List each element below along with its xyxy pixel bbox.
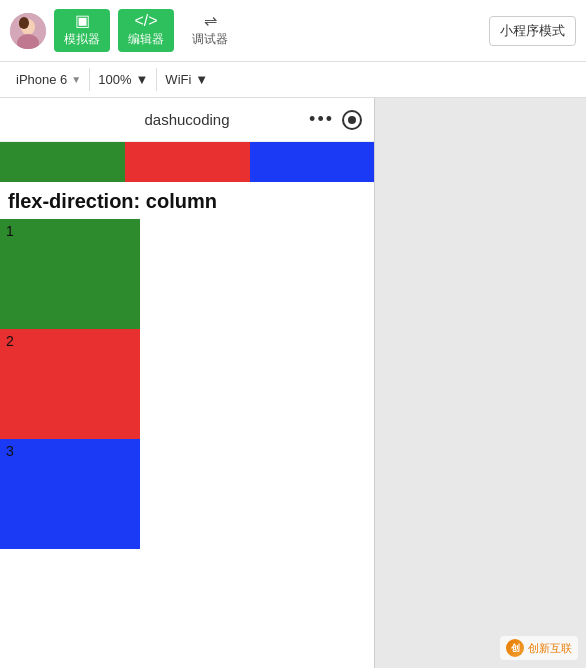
toolbar: ▣ 模拟器 </> 编辑器 ⇌ 调试器 小程序模式 [0, 0, 586, 62]
record-icon [348, 116, 356, 124]
status-dots: ••• [309, 109, 334, 130]
watermark-logo: 创 [506, 639, 524, 657]
col-box-1: 1 [0, 219, 140, 329]
network-value: WiFi [165, 72, 191, 87]
flex-direction-label: flex-direction: column [0, 182, 374, 219]
device-name: iPhone 6 [16, 72, 67, 87]
simulator-icon: ▣ [75, 13, 90, 29]
status-icons: ••• [309, 109, 362, 130]
avatar [10, 13, 46, 49]
mini-program-button[interactable]: 小程序模式 [489, 16, 576, 46]
col-box-3: 3 [0, 439, 140, 549]
zoom-value: 100% [98, 72, 131, 87]
phone-content: flex-direction: column 1 2 3 [0, 142, 374, 549]
device-selector[interactable]: iPhone 6 ▼ [8, 68, 90, 91]
col-box-2-label: 2 [6, 333, 14, 349]
editor-label: 编辑器 [128, 31, 164, 48]
device-chevron-icon: ▼ [71, 74, 81, 85]
row-box-green [0, 142, 125, 182]
simulator-label: 模拟器 [64, 31, 100, 48]
col-box-2: 2 [0, 329, 140, 439]
watermark-logo-text: 创 [511, 642, 520, 655]
debugger-label: 调试器 [192, 31, 228, 48]
col-box-3-label: 3 [6, 443, 14, 459]
editor-icon: </> [134, 13, 157, 29]
phone-frame: dashucoding ••• flex-direction: column [0, 98, 375, 668]
watermark: 创 创新互联 [500, 636, 578, 660]
debugger-button[interactable]: ⇌ 调试器 [182, 9, 238, 52]
col-box-1-label: 1 [6, 223, 14, 239]
phone-title: dashucoding [144, 111, 229, 128]
flex-row-demo [0, 142, 375, 182]
editor-button[interactable]: </> 编辑器 [118, 9, 174, 52]
record-button[interactable] [342, 110, 362, 130]
device-bar: iPhone 6 ▼ 100% ▼ WiFi ▼ [0, 62, 586, 98]
network-chevron-icon: ▼ [195, 72, 208, 87]
mini-program-label: 小程序模式 [500, 23, 565, 38]
phone-status-bar: dashucoding ••• [0, 98, 374, 142]
row-box-blue [250, 142, 375, 182]
svg-point-4 [19, 17, 29, 29]
network-selector[interactable]: WiFi ▼ [157, 68, 216, 91]
flex-column-demo: 1 2 3 [0, 219, 140, 549]
zoom-chevron-icon: ▼ [135, 72, 148, 87]
watermark-text: 创新互联 [528, 641, 572, 656]
zoom-selector[interactable]: 100% ▼ [90, 68, 157, 91]
row-box-red [125, 142, 250, 182]
debugger-icon: ⇌ [204, 13, 217, 29]
simulator-area: dashucoding ••• flex-direction: column [0, 98, 586, 668]
simulator-button[interactable]: ▣ 模拟器 [54, 9, 110, 52]
